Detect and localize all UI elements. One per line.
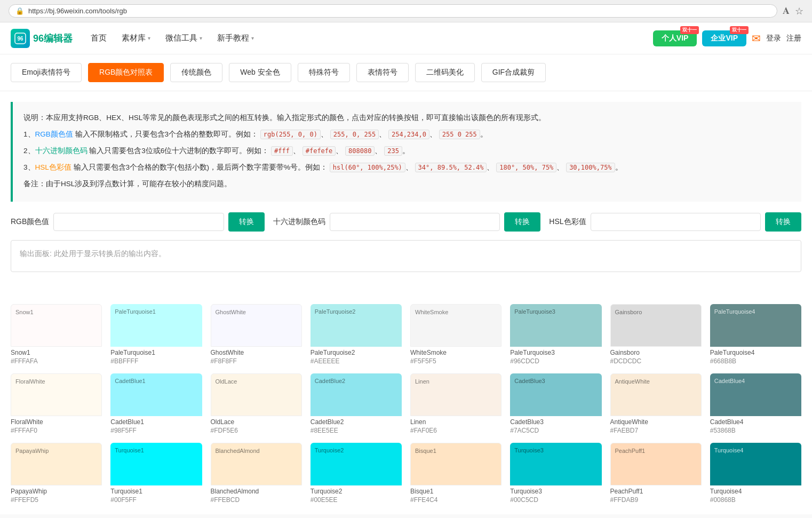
info-line2: 2、十六进制颜色码 输入只需要包含3位或6位十六进制的数字即可。例如： #fff…: [23, 144, 791, 158]
personal-vip-badge: 双十一: [680, 26, 699, 34]
hsl-link[interactable]: HSL色彩值: [35, 163, 71, 171]
color-card-22[interactable]: PeachPuff1PeachPuff1#FFDAB9: [610, 443, 702, 504]
footer-note: CSDN @Laint_drunk: [0, 514, 812, 518]
tab-0[interactable]: Emoji表情符号: [11, 63, 82, 82]
color-swatch-13: CadetBlue3: [510, 373, 601, 416]
color-name-20: Bisque1: [410, 488, 501, 495]
color-card-9[interactable]: CadetBlue1CadetBlue1#98F5FF: [110, 373, 202, 434]
rgb-convert-button[interactable]: 转换: [228, 212, 265, 232]
tab-3[interactable]: Web 安全色: [229, 63, 291, 82]
color-hex-23: #00868B: [710, 496, 801, 504]
color-card-3[interactable]: PaleTurquoise2PaleTurquoise2#AEEEEE: [311, 304, 402, 365]
color-swatch-9: CadetBlue1: [110, 373, 202, 416]
hex-link[interactable]: 十六进制颜色码: [35, 147, 87, 155]
url-bar[interactable]: 🔒 https://bj.96weixin.com/tools/rgb: [9, 4, 777, 18]
color-swatch-12: Linen: [410, 373, 501, 416]
color-swatch-11: CadetBlue2: [311, 373, 402, 416]
color-swatch-1: PaleTurquoise1: [110, 304, 202, 347]
color-card-8[interactable]: FloralWhiteFloralWhite#FFFAF0: [11, 373, 102, 434]
rgb-input[interactable]: [53, 213, 224, 231]
color-swatch-7: PaleTurquoise4: [710, 304, 801, 347]
color-card-10[interactable]: OldLaceOldLace#FDF5E6: [211, 373, 302, 434]
color-card-21[interactable]: Turquoise3Turquoise3#00C5CD: [510, 443, 601, 504]
color-card-19[interactable]: Turquoise2Turquoise2#00E5EE: [311, 443, 402, 504]
tab-7[interactable]: GIF合成裁剪: [481, 63, 546, 82]
enterprise-vip-badge: 双十一: [730, 26, 749, 34]
rgb-link[interactable]: RGB颜色值: [35, 130, 73, 138]
lock-icon: 🔒: [15, 7, 24, 15]
hex-convert-button[interactable]: 转换: [504, 212, 540, 232]
hsl-convert-button[interactable]: 转换: [765, 212, 801, 232]
chevron-down-icon-2: ▾: [200, 35, 202, 41]
swatch-label-10: OldLace: [216, 378, 237, 385]
register-button[interactable]: 注册: [786, 34, 801, 43]
nav-tutorial-label: 新手教程: [217, 33, 249, 43]
code-example: 235: [384, 146, 402, 156]
nav-materials[interactable]: 素材库 ▾: [114, 22, 158, 54]
nav-home[interactable]: 首页: [83, 22, 114, 54]
color-card-1[interactable]: PaleTurquoise1PaleTurquoise1#BBFFFF: [110, 304, 202, 365]
swatch-label-15: CadetBlue4: [714, 378, 745, 384]
color-card-13[interactable]: CadetBlue3CadetBlue3#7AC5CD: [510, 373, 601, 434]
color-name-11: CadetBlue2: [311, 418, 402, 426]
swatch-label-8: FloralWhite: [15, 378, 45, 385]
output-panel: 输出面板: 此处用于显示转换后的输出内容。: [11, 240, 801, 272]
color-card-16[interactable]: PapayaWhipPapayaWhip#FFEFD5: [11, 443, 102, 504]
main-content: 说明：本应用支持RGB、HEX、HSL等常见的颜色表现形式之间的相互转换。输入指…: [0, 91, 812, 293]
info-title: 说明：本应用支持RGB、HEX、HSL等常见的颜色表现形式之间的相互转换。输入指…: [23, 110, 791, 125]
color-hex-6: #DCDCDC: [610, 357, 702, 365]
tab-1[interactable]: RGB颜色对照表: [88, 63, 164, 82]
hsl-input[interactable]: [591, 213, 761, 231]
swatch-label-22: PeachPuff1: [615, 448, 646, 454]
star-icon[interactable]: ☆: [795, 5, 803, 17]
logo[interactable]: 96 96编辑器: [11, 29, 73, 48]
color-card-20[interactable]: Bisque1Bisque1#FFE4C4: [410, 443, 501, 504]
nav-wechat-tools[interactable]: 微信工具 ▾: [158, 22, 210, 54]
color-card-5[interactable]: PaleTurquoise3PaleTurquoise3#96CDCD: [510, 304, 601, 365]
color-card-0[interactable]: Snow1Snow1#FFFAFA: [11, 304, 102, 365]
color-card-23[interactable]: Turquoise4Turquoise4#00868B: [710, 443, 801, 504]
swatch-label-7: PaleTurquoise4: [714, 308, 755, 315]
color-swatch-0: Snow1: [11, 304, 102, 347]
color-card-2[interactable]: GhostWhiteGhostWhite#F8F8FF: [211, 304, 302, 365]
color-section: Snow1Snow1#FFFAFAPaleTurquoise1PaleTurqu…: [0, 293, 812, 514]
enterprise-vip-button[interactable]: 双十一 企业VIP: [702, 30, 746, 46]
color-card-12[interactable]: LinenLinen#FAF0E6: [410, 373, 501, 434]
hex-input[interactable]: [330, 213, 500, 231]
tab-6[interactable]: 二维码美化: [415, 63, 475, 82]
nav-materials-label: 素材库: [122, 33, 146, 43]
code-example: #fefefe: [302, 146, 336, 156]
color-hex-14: #FAEBD7: [610, 427, 702, 434]
color-card-14[interactable]: AntiqueWhiteAntiqueWhite#FAEBD7: [610, 373, 702, 434]
nav-tutorial[interactable]: 新手教程 ▾: [210, 22, 261, 54]
swatch-label-12: Linen: [415, 378, 429, 385]
tab-5[interactable]: 表情符号: [356, 63, 409, 82]
code-example: 30,100%,75%: [566, 163, 615, 172]
code-example: rgb(255, 0, 0): [260, 130, 321, 139]
svg-text:96: 96: [17, 36, 23, 42]
color-card-15[interactable]: CadetBlue4CadetBlue4#53868B: [710, 373, 801, 434]
color-card-17[interactable]: Turquoise1Turquoise1#00F5FF: [110, 443, 202, 504]
tab-4[interactable]: 特殊符号: [298, 63, 350, 82]
color-swatch-10: OldLace: [211, 373, 302, 416]
color-hex-13: #7AC5CD: [510, 427, 601, 434]
color-swatch-20: Bisque1: [410, 443, 501, 485]
color-card-6[interactable]: GainsboroGainsboro#DCDCDC: [610, 304, 702, 365]
color-hex-4: #F5F5F5: [410, 357, 501, 365]
font-size-icon: 𝐀: [783, 5, 790, 17]
color-hex-0: #FFFAFA: [11, 357, 102, 365]
color-card-4[interactable]: WhiteSmokeWhiteSmoke#F5F5F5: [410, 304, 501, 365]
nav-wechat-tools-label: 微信工具: [165, 33, 197, 43]
color-card-18[interactable]: BlanchedAlmondBlanchedAlmond#FFEBCD: [211, 443, 302, 504]
color-swatch-16: PapayaWhip: [11, 443, 102, 485]
swatch-label-19: Turquoise2: [315, 447, 344, 453]
mail-icon[interactable]: ✉: [752, 32, 761, 45]
login-button[interactable]: 登录: [766, 34, 781, 43]
color-grid: Snow1Snow1#FFFAFAPaleTurquoise1PaleTurqu…: [11, 304, 801, 504]
color-name-13: CadetBlue3: [510, 418, 601, 426]
tab-2[interactable]: 传统颜色: [170, 63, 222, 82]
color-card-11[interactable]: CadetBlue2CadetBlue2#8EE5EE: [311, 373, 402, 434]
hsl-input-label: HSL色彩值: [549, 217, 586, 227]
color-card-7[interactable]: PaleTurquoise4PaleTurquoise4#668B8B: [710, 304, 801, 365]
personal-vip-button[interactable]: 双十一 个人VIP: [653, 30, 697, 46]
